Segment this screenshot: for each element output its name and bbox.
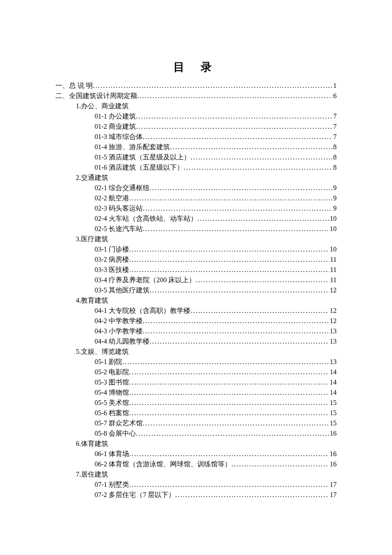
toc-entry-label: 06-1 体育场 bbox=[95, 449, 129, 459]
toc-entry-page: 8 bbox=[332, 142, 337, 152]
toc-entry-label: 04-4 幼儿园教学楼 bbox=[95, 336, 150, 347]
toc-entry: 05-6 档案馆15 bbox=[55, 408, 337, 418]
toc-section-header: 4.教育建筑 bbox=[55, 295, 337, 306]
toc-dots bbox=[129, 449, 329, 459]
toc-entry-label: 二、全国建筑设计周期定额 bbox=[55, 91, 137, 101]
toc-entry-label: 03-4 疗养及养老院（200 床以上） bbox=[95, 275, 196, 285]
toc-entry: 03-4 疗养及养老院（200 床以上）11 bbox=[55, 275, 337, 285]
toc-dots bbox=[143, 224, 329, 234]
toc-dots bbox=[122, 357, 329, 367]
toc-dots bbox=[190, 152, 332, 162]
toc-dots bbox=[143, 132, 332, 142]
toc-section-header: 1.办公、商业建筑 bbox=[55, 101, 337, 111]
toc-dots bbox=[129, 367, 329, 377]
toc-entry: 07-1 别墅类17 bbox=[55, 480, 337, 490]
toc-entry-page: 15 bbox=[329, 408, 337, 418]
toc-dots bbox=[93, 81, 332, 91]
page-title: 目 录 bbox=[55, 60, 337, 75]
toc-entry: 03-5 其他医疗建筑12 bbox=[55, 285, 337, 295]
toc-entry-page: 13 bbox=[329, 326, 337, 336]
toc-entry-label: 4.教育建筑 bbox=[76, 297, 108, 304]
toc-entry-label: 01-3 城市综合体 bbox=[95, 132, 143, 142]
toc-entry-label: 07-2 多层住宅（7 层以下） bbox=[95, 490, 175, 500]
toc-entry-page: 11 bbox=[329, 275, 337, 285]
toc-dots bbox=[129, 408, 329, 418]
toc-entry-label: 05-2 电影院 bbox=[95, 367, 129, 377]
toc-entry-label: 02-3 码头客运站 bbox=[95, 203, 143, 214]
toc-entry-page: 9 bbox=[332, 193, 337, 203]
toc-container: 一、总 说 明1二、全国建筑设计周期定额61.办公、商业建筑01-1 办公建筑7… bbox=[55, 81, 337, 500]
toc-dots bbox=[129, 398, 329, 408]
toc-entry: 04-3 小学教学楼13 bbox=[55, 326, 337, 336]
toc-entry-page: 10 bbox=[329, 214, 337, 224]
toc-entry: 03-1 门诊楼10 bbox=[55, 244, 337, 254]
toc-entry-label: 05-6 档案馆 bbox=[95, 408, 129, 418]
toc-entry-label: 01-1 办公建筑 bbox=[95, 111, 136, 121]
toc-entry-page: 8 bbox=[332, 162, 337, 173]
toc-entry-label: 01-2 商业建筑 bbox=[95, 121, 136, 132]
toc-entry: 06-2 体育馆（含游泳馆、网球馆、训练馆等）16 bbox=[55, 459, 337, 469]
toc-entry-label: 04-1 大专院校（含高职）教学楼 bbox=[95, 306, 190, 316]
toc-dots bbox=[129, 387, 329, 398]
toc-entry: 06-1 体育场16 bbox=[55, 449, 337, 459]
toc-dots bbox=[143, 418, 329, 428]
toc-dots bbox=[143, 203, 332, 214]
toc-entry: 01-5 酒店建筑（五星级及以上）8 bbox=[55, 152, 337, 162]
toc-entry-label: 02-5 长途汽车站 bbox=[95, 224, 143, 234]
toc-entry: 01-3 城市综合体7 bbox=[55, 132, 337, 142]
toc-dots bbox=[136, 428, 329, 439]
toc-entry: 05-5 美术馆15 bbox=[55, 398, 337, 408]
toc-entry-page: 10 bbox=[329, 244, 337, 254]
toc-entry: 01-2 商业建筑7 bbox=[55, 121, 337, 132]
toc-entry-page: 12 bbox=[329, 285, 337, 295]
toc-dots bbox=[190, 306, 329, 316]
toc-dots bbox=[129, 480, 329, 490]
toc-entry-page: 9 bbox=[332, 203, 337, 214]
toc-dots bbox=[170, 142, 332, 152]
toc-entry-label: 01-5 酒店建筑（五星级及以上） bbox=[95, 152, 190, 162]
toc-entry-label: 05-4 博物馆 bbox=[95, 387, 129, 398]
toc-entry: 04-1 大专院校（含高职）教学楼12 bbox=[55, 306, 337, 316]
toc-dots bbox=[137, 91, 332, 101]
toc-entry: 05-3 图书馆14 bbox=[55, 377, 337, 387]
toc-entry-page: 14 bbox=[329, 367, 337, 377]
toc-dots bbox=[175, 490, 329, 500]
toc-entry-label: 1.办公、商业建筑 bbox=[76, 102, 129, 110]
toc-entry-label: 03-5 其他医疗建筑 bbox=[95, 285, 150, 295]
toc-entry-page: 8 bbox=[332, 152, 337, 162]
toc-entry-label: 05-1 剧院 bbox=[95, 357, 122, 367]
toc-entry-label: 06-2 体育馆（含游泳馆、网球馆、训练馆等） bbox=[95, 459, 231, 469]
toc-entry: 02-4 火车站（含高铁站、动车站）10 bbox=[55, 214, 337, 224]
toc-section-header: 2.交通建筑 bbox=[55, 173, 337, 183]
toc-dots bbox=[129, 254, 329, 265]
toc-dots bbox=[184, 162, 332, 173]
toc-entry-label: 02-2 航空港 bbox=[95, 193, 129, 203]
toc-entry-page: 1 bbox=[332, 81, 337, 91]
toc-section-header: 3.医疗建筑 bbox=[55, 234, 337, 244]
toc-entry: 02-2 航空港9 bbox=[55, 193, 337, 203]
toc-entry-page: 17 bbox=[329, 480, 337, 490]
toc-entry-label: 05-7 群众艺术馆 bbox=[95, 418, 143, 428]
toc-entry-label: 6.体育建筑 bbox=[76, 440, 108, 447]
toc-entry-page: 7 bbox=[332, 132, 337, 142]
toc-entry: 04-4 幼儿园教学楼13 bbox=[55, 336, 337, 347]
toc-entry-page: 16 bbox=[329, 428, 337, 439]
toc-entry-page: 16 bbox=[329, 459, 337, 469]
toc-entry-label: 01-6 酒店建筑（五星级以下） bbox=[95, 162, 184, 173]
toc-entry: 07-2 多层住宅（7 层以下）17 bbox=[55, 490, 337, 500]
toc-dots bbox=[129, 377, 329, 387]
toc-entry-page: 17 bbox=[329, 490, 337, 500]
toc-entry: 05-8 会展中心16 bbox=[55, 428, 337, 439]
toc-entry-label: 2.交通建筑 bbox=[76, 174, 108, 181]
toc-dots bbox=[150, 183, 332, 193]
toc-entry-label: 01-4 旅游、游乐配套建筑 bbox=[95, 142, 170, 152]
toc-dots bbox=[129, 193, 332, 203]
toc-entry: 02-1 综合交通枢纽9 bbox=[55, 183, 337, 193]
toc-dots bbox=[196, 275, 329, 285]
toc-entry-label: 05-8 会展中心 bbox=[95, 428, 136, 439]
toc-dots bbox=[129, 265, 329, 275]
toc-entry-page: 13 bbox=[329, 336, 337, 347]
toc-entry: 02-3 码头客运站9 bbox=[55, 203, 337, 214]
toc-entry: 05-2 电影院14 bbox=[55, 367, 337, 377]
toc-dots bbox=[231, 459, 329, 469]
